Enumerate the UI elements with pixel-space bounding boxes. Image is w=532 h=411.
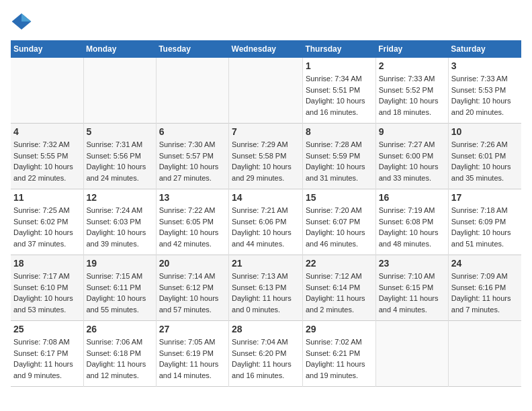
day-info: Sunrise: 7:21 AMSunset: 6:06 PMDaylight:… (232, 205, 300, 249)
day-number: 15 (306, 192, 373, 203)
weekday-header: Thursday (302, 40, 375, 58)
day-info: Sunrise: 7:15 AMSunset: 6:11 PMDaylight:… (87, 271, 153, 315)
day-info: Sunrise: 7:13 AMSunset: 6:13 PMDaylight:… (232, 271, 300, 315)
day-info: Sunrise: 7:19 AMSunset: 6:08 PMDaylight:… (379, 205, 445, 249)
calendar-cell: 9 Sunrise: 7:27 AMSunset: 6:00 PMDayligh… (375, 124, 448, 189)
calendar-cell: 17 Sunrise: 7:18 AMSunset: 6:09 PMDaylig… (448, 189, 521, 255)
day-number: 24 (451, 258, 519, 269)
day-info: Sunrise: 7:20 AMSunset: 6:07 PMDaylight:… (306, 205, 373, 249)
calendar-cell: 18 Sunrise: 7:17 AMSunset: 6:10 PMDaylig… (11, 255, 83, 321)
day-info: Sunrise: 7:31 AMSunset: 5:56 PMDaylight:… (87, 139, 153, 183)
calendar-cell: 24 Sunrise: 7:09 AMSunset: 6:16 PMDaylig… (448, 255, 521, 321)
day-info: Sunrise: 7:08 AMSunset: 6:17 PMDaylight:… (13, 336, 81, 381)
day-info: Sunrise: 7:32 AMSunset: 5:55 PMDaylight:… (13, 139, 81, 183)
day-info: Sunrise: 7:30 AMSunset: 5:57 PMDaylight:… (159, 139, 226, 183)
day-number: 27 (159, 324, 226, 334)
calendar-cell: 1 Sunrise: 7:34 AMSunset: 5:51 PMDayligh… (302, 58, 375, 124)
day-info: Sunrise: 7:12 AMSunset: 6:14 PMDaylight:… (306, 271, 373, 315)
calendar-cell: 15 Sunrise: 7:20 AMSunset: 6:07 PMDaylig… (302, 189, 375, 255)
day-info: Sunrise: 7:02 AMSunset: 6:21 PMDaylight:… (306, 336, 373, 381)
day-number: 8 (306, 126, 373, 137)
calendar-cell: 27 Sunrise: 7:05 AMSunset: 6:19 PMDaylig… (156, 321, 228, 387)
calendar-cell: 25 Sunrise: 7:08 AMSunset: 6:17 PMDaylig… (11, 321, 83, 387)
calendar-cell: 12 Sunrise: 7:24 AMSunset: 6:03 PMDaylig… (83, 189, 156, 255)
day-info: Sunrise: 7:27 AMSunset: 6:00 PMDaylight:… (379, 139, 445, 183)
day-number: 9 (379, 126, 445, 137)
day-info: Sunrise: 7:25 AMSunset: 6:02 PMDaylight:… (13, 205, 81, 249)
weekday-header: Wednesday (229, 40, 303, 58)
calendar-cell: 22 Sunrise: 7:12 AMSunset: 6:14 PMDaylig… (302, 255, 375, 321)
calendar-cell: 19 Sunrise: 7:15 AMSunset: 6:11 PMDaylig… (83, 255, 156, 321)
calendar-cell: 23 Sunrise: 7:10 AMSunset: 6:15 PMDaylig… (375, 255, 448, 321)
calendar-cell: 13 Sunrise: 7:22 AMSunset: 6:05 PMDaylig… (156, 189, 228, 255)
day-info: Sunrise: 7:29 AMSunset: 5:58 PMDaylight:… (232, 139, 300, 183)
day-number: 4 (13, 126, 81, 137)
day-number: 28 (232, 324, 300, 334)
calendar-cell (229, 58, 303, 124)
svg-marker-1 (21, 13, 31, 21)
calendar-cell: 28 Sunrise: 7:04 AMSunset: 6:20 PMDaylig… (229, 321, 303, 387)
calendar-cell: 5 Sunrise: 7:31 AMSunset: 5:56 PMDayligh… (83, 124, 156, 189)
day-info: Sunrise: 7:22 AMSunset: 6:05 PMDaylight:… (159, 205, 226, 249)
day-info: Sunrise: 7:28 AMSunset: 5:59 PMDaylight:… (306, 139, 373, 183)
calendar-cell (156, 58, 228, 124)
day-number: 26 (87, 324, 153, 334)
calendar-cell: 2 Sunrise: 7:33 AMSunset: 5:52 PMDayligh… (375, 58, 448, 124)
day-number: 18 (13, 258, 81, 269)
page-header (11, 11, 521, 32)
day-info: Sunrise: 7:04 AMSunset: 6:20 PMDaylight:… (232, 336, 300, 381)
day-info: Sunrise: 7:18 AMSunset: 6:09 PMDaylight:… (451, 205, 519, 249)
calendar-cell: 6 Sunrise: 7:30 AMSunset: 5:57 PMDayligh… (156, 124, 228, 189)
day-info: Sunrise: 7:05 AMSunset: 6:19 PMDaylight:… (159, 336, 226, 381)
logo (11, 11, 36, 32)
weekday-header: Tuesday (156, 40, 228, 58)
day-number: 1 (306, 60, 373, 71)
day-number: 23 (379, 258, 445, 269)
day-info: Sunrise: 7:26 AMSunset: 6:01 PMDaylight:… (451, 139, 519, 183)
day-number: 20 (159, 258, 226, 269)
day-number: 19 (87, 258, 153, 269)
calendar-cell: 8 Sunrise: 7:28 AMSunset: 5:59 PMDayligh… (302, 124, 375, 189)
calendar-cell: 3 Sunrise: 7:33 AMSunset: 5:53 PMDayligh… (448, 58, 521, 124)
day-info: Sunrise: 7:14 AMSunset: 6:12 PMDaylight:… (159, 271, 226, 315)
day-info: Sunrise: 7:09 AMSunset: 6:16 PMDaylight:… (451, 271, 519, 315)
weekday-header: Sunday (11, 40, 83, 58)
day-info: Sunrise: 7:33 AMSunset: 5:52 PMDaylight:… (379, 73, 445, 118)
day-number: 5 (87, 126, 153, 137)
calendar-cell: 4 Sunrise: 7:32 AMSunset: 5:55 PMDayligh… (11, 124, 83, 189)
day-info: Sunrise: 7:17 AMSunset: 6:10 PMDaylight:… (13, 271, 81, 315)
day-number: 12 (87, 192, 153, 203)
day-info: Sunrise: 7:06 AMSunset: 6:18 PMDaylight:… (87, 336, 153, 381)
day-number: 13 (159, 192, 226, 203)
day-number: 17 (451, 192, 519, 203)
calendar-cell: 26 Sunrise: 7:06 AMSunset: 6:18 PMDaylig… (83, 321, 156, 387)
calendar-table: SundayMondayTuesdayWednesdayThursdayFrid… (11, 40, 521, 387)
day-number: 2 (379, 60, 445, 71)
day-info: Sunrise: 7:34 AMSunset: 5:51 PMDaylight:… (306, 73, 373, 118)
weekday-header: Friday (375, 40, 448, 58)
calendar-cell: 14 Sunrise: 7:21 AMSunset: 6:06 PMDaylig… (229, 189, 303, 255)
logo-icon (11, 11, 32, 32)
calendar-cell: 10 Sunrise: 7:26 AMSunset: 6:01 PMDaylig… (448, 124, 521, 189)
day-info: Sunrise: 7:10 AMSunset: 6:15 PMDaylight:… (379, 271, 445, 315)
day-number: 16 (379, 192, 445, 203)
calendar-cell (11, 58, 83, 124)
calendar-cell: 29 Sunrise: 7:02 AMSunset: 6:21 PMDaylig… (302, 321, 375, 387)
weekday-header: Monday (83, 40, 156, 58)
day-number: 29 (306, 324, 373, 334)
day-number: 14 (232, 192, 300, 203)
weekday-header: Saturday (448, 40, 521, 58)
day-number: 21 (232, 258, 300, 269)
day-number: 6 (159, 126, 226, 137)
day-info: Sunrise: 7:33 AMSunset: 5:53 PMDaylight:… (451, 73, 519, 118)
day-info: Sunrise: 7:24 AMSunset: 6:03 PMDaylight:… (87, 205, 153, 249)
calendar-cell (375, 321, 448, 387)
day-number: 11 (13, 192, 81, 203)
day-number: 22 (306, 258, 373, 269)
day-number: 10 (451, 126, 519, 137)
calendar-cell (448, 321, 521, 387)
day-number: 3 (451, 60, 519, 71)
calendar-cell: 21 Sunrise: 7:13 AMSunset: 6:13 PMDaylig… (229, 255, 303, 321)
calendar-cell (83, 58, 156, 124)
calendar-cell: 7 Sunrise: 7:29 AMSunset: 5:58 PMDayligh… (229, 124, 303, 189)
